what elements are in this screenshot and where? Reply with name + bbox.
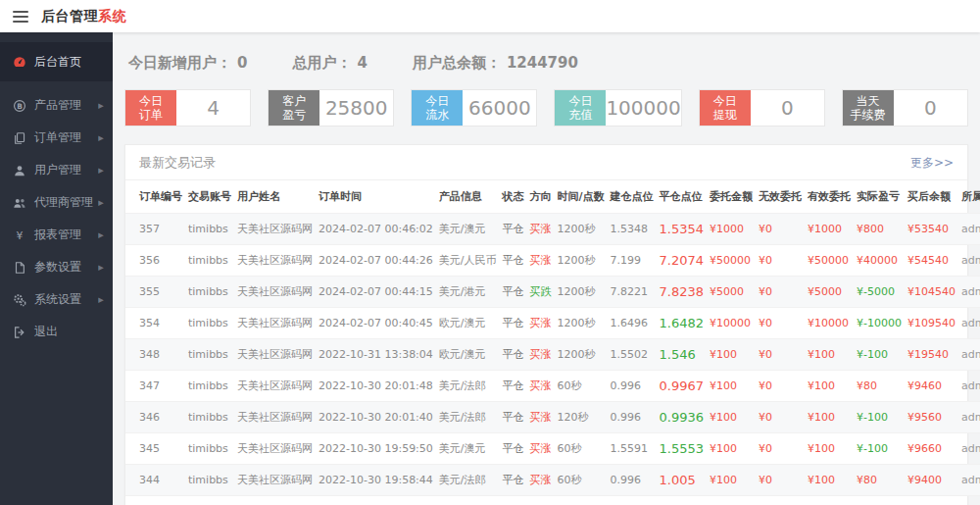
col-agent: 所属代理 <box>958 180 980 214</box>
cell-direction: 买涨 <box>527 214 555 245</box>
cell-agent: admin <box>958 465 980 496</box>
cell-agent: admin <box>958 308 980 339</box>
stat-card-label: 当天手续费 <box>843 90 894 126</box>
stat-card-label: 今日订单 <box>125 90 176 126</box>
sidebar-item-agents[interactable]: 代理商管理 ▶ <box>0 186 113 219</box>
sidebar-item-label: 用户管理 <box>34 162 81 178</box>
cell-product: 美元/澳元 <box>436 433 500 465</box>
table-header-row: 订单编号 交易账号 用户姓名 订单时间 产品信息 状态 方向 时间/点数 建仓点… <box>125 180 980 214</box>
cell-balance-after: ¥53540 <box>905 214 958 245</box>
cell-invalid-entrust: ¥0 <box>756 496 805 505</box>
table-row: 348 timibbs 天美社区源码网 2022-10-31 13:38:04 … <box>125 339 980 371</box>
cell-entrust-amount: ¥100 <box>707 402 756 433</box>
sidebar-item-system-settings[interactable]: 系统设置 ▶ <box>0 283 113 316</box>
sidebar-item-reports[interactable]: ¥ 报表管理 ▶ <box>0 219 113 251</box>
cell-close-price: 1.6482 <box>657 308 708 339</box>
chevron-right-icon: ▶ <box>98 230 104 238</box>
sidebar-item-label: 报表管理 <box>34 227 81 243</box>
cell-order-time: 2022-10-30 20:01:40 <box>316 402 436 433</box>
cell-product: 美元/法郎 <box>436 371 500 402</box>
transactions-table: 订单编号 交易账号 用户姓名 订单时间 产品信息 状态 方向 时间/点数 建仓点… <box>125 180 980 505</box>
cell-balance-after: ¥9660 <box>905 433 958 465</box>
sidebar-item-orders[interactable]: 订单管理 ▶ <box>0 122 113 154</box>
chevron-right-icon: ▶ <box>98 133 104 141</box>
table-row: 347 timibbs 天美社区源码网 2022-10-30 20:01:48 … <box>125 371 980 402</box>
app-title: 后台管理系统 <box>41 8 126 25</box>
cell-account: timibbs <box>185 308 234 339</box>
stat-card-customer-pnl: 客户盈亏 25800 <box>268 89 394 126</box>
sidebar-item-label: 参数设置 <box>34 259 81 276</box>
sidebar-item-dashboard[interactable]: 后台首页 <box>0 42 113 81</box>
logout-icon <box>13 326 26 339</box>
orders-icon <box>13 131 26 145</box>
cell-open-price: 0.996 <box>608 465 657 496</box>
cell-order-time: 2022-10-31 13:38:04 <box>316 339 436 371</box>
cell-order-id: 344 <box>125 465 185 496</box>
cell-valid-entrust: ¥1000 <box>805 214 854 245</box>
cell-duration: 1200秒 <box>555 245 608 277</box>
chevron-right-icon: ▶ <box>98 101 104 109</box>
cell-direction: 买涨 <box>527 465 555 496</box>
main-content: 今日新增用户：0 总用户：4 用户总余额：1244790 今日订单 4 客户盈亏… <box>113 32 980 505</box>
sidebar-item-users[interactable]: 用户管理 ▶ <box>0 154 113 186</box>
stat-card-value: 4 <box>176 90 250 126</box>
stat-card-orders-today: 今日订单 4 <box>124 89 251 126</box>
cell-duration: 1200秒 <box>555 277 608 308</box>
cell-username: 天美社区源码网 <box>234 277 316 308</box>
cell-account: timibbs <box>185 433 234 465</box>
cell-valid-entrust: ¥100 <box>805 465 854 496</box>
cell-product: 欧元/澳元 <box>436 308 500 339</box>
svg-text:¥: ¥ <box>17 228 24 241</box>
cell-order-id: 346 <box>125 402 185 433</box>
col-invalid-entrust: 无效委托 <box>756 180 805 214</box>
cell-duration: 60秒 <box>555 433 608 465</box>
stat-value: 0 <box>237 54 247 72</box>
cell-username: 天美社区源码网 <box>234 496 316 505</box>
cell-open-price: 7.8221 <box>608 277 657 308</box>
cell-duration: 60秒 <box>555 465 608 496</box>
latest-transactions-panel: 最新交易记录 更多>> 订单编号 交易账号 用户姓名 订单时间 产品信息 状态 … <box>124 144 968 505</box>
col-account: 交易账号 <box>185 180 234 214</box>
cell-agent: admin <box>958 214 980 245</box>
cell-invalid-entrust: ¥0 <box>756 371 805 402</box>
cell-agent: admin <box>958 496 980 505</box>
gear-icon <box>13 293 26 307</box>
cell-balance-after: ¥9560 <box>905 402 958 433</box>
cell-close-price: 0.9967 <box>657 371 708 402</box>
cell-entrust-amount: ¥100 <box>707 496 756 505</box>
hamburger-menu-icon[interactable] <box>13 11 28 23</box>
bitcoin-icon: B <box>13 99 26 113</box>
cell-invalid-entrust: ¥0 <box>756 245 805 277</box>
sidebar-item-parameters[interactable]: 参数设置 ▶ <box>0 251 113 283</box>
table-row: 354 timibbs 天美社区源码网 2024-02-07 00:40:45 … <box>125 308 980 339</box>
cell-product: 美元/法郎 <box>436 402 500 433</box>
summary-stats: 今日新增用户：0 总用户：4 用户总余额：1244790 <box>124 44 968 73</box>
stat-card-value: 0 <box>751 90 824 126</box>
panel-header: 最新交易记录 更多>> <box>125 145 967 180</box>
cell-valid-entrust: ¥50000 <box>805 245 854 277</box>
stat-card-turnover-today: 今日流水 66000 <box>411 89 537 126</box>
sidebar-item-label: 退出 <box>34 324 58 340</box>
cell-order-time: 2022-10-30 19:58:44 <box>316 465 436 496</box>
cell-invalid-entrust: ¥0 <box>756 214 805 245</box>
cell-order-time: 2024-02-07 00:46:02 <box>316 214 436 245</box>
cell-entrust-amount: ¥100 <box>707 433 756 465</box>
cell-invalid-entrust: ¥0 <box>756 465 805 496</box>
more-link[interactable]: 更多>> <box>910 155 954 172</box>
cell-open-price: 1.5502 <box>608 339 657 371</box>
cell-invalid-entrust: ¥0 <box>756 339 805 371</box>
cell-close-price: 7.2074 <box>657 245 708 277</box>
cell-close-price: 1.5576 <box>657 496 708 505</box>
cell-product: 美元/澳元 <box>436 496 500 505</box>
cell-valid-entrust: ¥100 <box>805 433 854 465</box>
stat-label: 今日新增用户： <box>128 54 231 72</box>
stat-card-deposits-today: 今日充值 100000 <box>554 89 681 126</box>
cell-balance-after: ¥9460 <box>905 371 958 402</box>
sidebar-item-logout[interactable]: 退出 <box>0 316 113 348</box>
cell-close-price: 1.546 <box>657 339 708 371</box>
sidebar-item-products[interactable]: B 产品管理 ▶ <box>0 89 113 122</box>
cell-invalid-entrust: ¥0 <box>756 308 805 339</box>
sidebar-item-label: 产品管理 <box>34 97 81 114</box>
sidebar-item-label: 系统设置 <box>34 291 81 308</box>
cell-status: 平仓 <box>500 465 527 496</box>
